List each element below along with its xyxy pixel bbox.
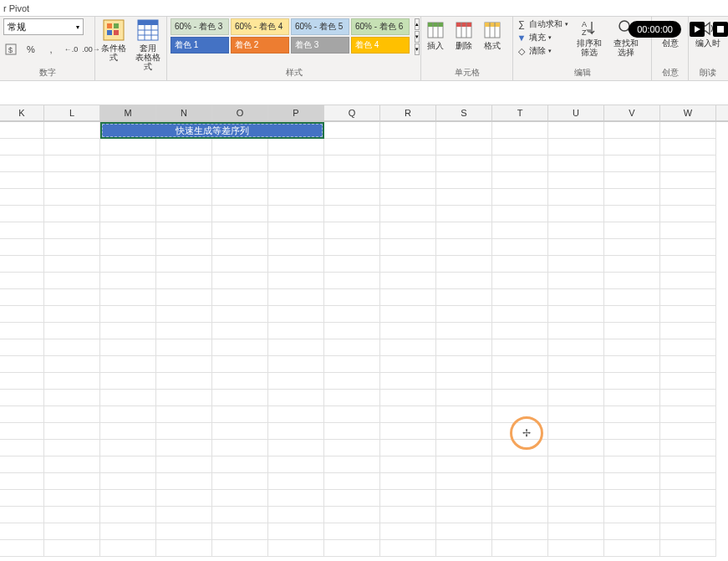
- delete-button[interactable]: 删除: [453, 22, 475, 52]
- cell[interactable]: [0, 339, 44, 356]
- cell[interactable]: [156, 473, 212, 490]
- style-chip-c2[interactable]: 着色 2: [231, 37, 289, 54]
- style-chip-60-6[interactable]: 60% - 着色 6: [351, 18, 410, 35]
- cell[interactable]: [380, 139, 436, 156]
- cell[interactable]: [548, 189, 604, 206]
- cell[interactable]: [44, 356, 100, 373]
- cell[interactable]: [604, 523, 660, 540]
- cell[interactable]: [436, 540, 492, 557]
- cell[interactable]: [436, 390, 492, 406]
- cell[interactable]: [0, 507, 44, 523]
- cell[interactable]: [660, 172, 716, 189]
- cell[interactable]: [100, 440, 156, 456]
- cell[interactable]: [660, 339, 716, 356]
- style-chip-c3[interactable]: 着色 3: [291, 37, 349, 54]
- cell[interactable]: [380, 256, 436, 273]
- cell[interactable]: [212, 473, 268, 490]
- cell[interactable]: [604, 222, 660, 239]
- cell[interactable]: [436, 239, 492, 256]
- cell[interactable]: [604, 139, 660, 156]
- cell[interactable]: [100, 256, 156, 273]
- cell[interactable]: [100, 473, 156, 490]
- cell[interactable]: [268, 473, 324, 490]
- cell[interactable]: [548, 406, 604, 423]
- col-header-S[interactable]: S: [436, 105, 492, 120]
- cell[interactable]: [548, 456, 604, 473]
- cell[interactable]: [268, 540, 324, 557]
- cell[interactable]: [492, 122, 548, 139]
- col-header-V[interactable]: V: [604, 105, 660, 120]
- cell[interactable]: [436, 139, 492, 156]
- cell[interactable]: [380, 189, 436, 206]
- cell[interactable]: [324, 323, 380, 339]
- cell[interactable]: [156, 206, 212, 222]
- table-format-button[interactable]: 套用 表格格式: [133, 18, 164, 71]
- cell[interactable]: [380, 473, 436, 490]
- cell[interactable]: [492, 273, 548, 289]
- cell[interactable]: [548, 172, 604, 189]
- cell[interactable]: [604, 273, 660, 289]
- cell[interactable]: [100, 373, 156, 390]
- currency-icon[interactable]: $: [3, 42, 18, 57]
- cell[interactable]: [156, 540, 212, 557]
- increase-decimal-button[interactable]: ←.0: [64, 42, 79, 57]
- cell[interactable]: [492, 206, 548, 222]
- cell[interactable]: [548, 206, 604, 222]
- cell[interactable]: [660, 540, 716, 557]
- spreadsheet-grid[interactable]: 快速生成等差序列: [0, 121, 728, 557]
- cell[interactable]: [0, 390, 44, 406]
- cell[interactable]: [548, 373, 604, 390]
- cell[interactable]: [324, 256, 380, 273]
- cell[interactable]: [44, 222, 100, 239]
- cell[interactable]: [0, 139, 44, 156]
- cell[interactable]: [212, 222, 268, 239]
- cell[interactable]: [660, 406, 716, 423]
- cell[interactable]: [212, 390, 268, 406]
- cell[interactable]: [324, 289, 380, 306]
- cell[interactable]: [44, 406, 100, 423]
- cell[interactable]: [604, 473, 660, 490]
- cell[interactable]: [44, 523, 100, 540]
- cell[interactable]: [156, 440, 212, 456]
- cell[interactable]: [660, 356, 716, 373]
- cell[interactable]: [212, 273, 268, 289]
- cell[interactable]: [492, 390, 548, 406]
- cell[interactable]: [212, 323, 268, 339]
- cell[interactable]: [604, 356, 660, 373]
- cell[interactable]: [44, 239, 100, 256]
- cell[interactable]: [156, 189, 212, 206]
- cell[interactable]: [212, 356, 268, 373]
- cell[interactable]: [324, 507, 380, 523]
- cell[interactable]: [660, 222, 716, 239]
- cell[interactable]: [268, 523, 324, 540]
- cell[interactable]: [156, 456, 212, 473]
- cell[interactable]: [44, 189, 100, 206]
- cell[interactable]: [156, 339, 212, 356]
- cell[interactable]: [324, 523, 380, 540]
- cell[interactable]: [44, 390, 100, 406]
- cell[interactable]: [324, 406, 380, 423]
- cell[interactable]: [0, 172, 44, 189]
- cell[interactable]: [212, 456, 268, 473]
- cell[interactable]: [324, 339, 380, 356]
- cell[interactable]: [324, 306, 380, 323]
- col-header-O[interactable]: O: [212, 105, 268, 120]
- cell[interactable]: [0, 273, 44, 289]
- cell[interactable]: [0, 473, 44, 490]
- cell[interactable]: [436, 156, 492, 172]
- col-header-N[interactable]: N: [156, 105, 212, 120]
- cell[interactable]: [548, 306, 604, 323]
- cell[interactable]: [324, 139, 380, 156]
- cell[interactable]: [660, 440, 716, 456]
- cell[interactable]: [436, 423, 492, 440]
- cell[interactable]: [436, 356, 492, 373]
- cell[interactable]: [380, 122, 436, 139]
- cell[interactable]: [324, 473, 380, 490]
- cell[interactable]: [492, 172, 548, 189]
- cell[interactable]: [268, 156, 324, 172]
- cell[interactable]: [548, 139, 604, 156]
- cell[interactable]: [268, 239, 324, 256]
- cell[interactable]: [268, 139, 324, 156]
- cell[interactable]: [100, 172, 156, 189]
- cell[interactable]: [660, 122, 716, 139]
